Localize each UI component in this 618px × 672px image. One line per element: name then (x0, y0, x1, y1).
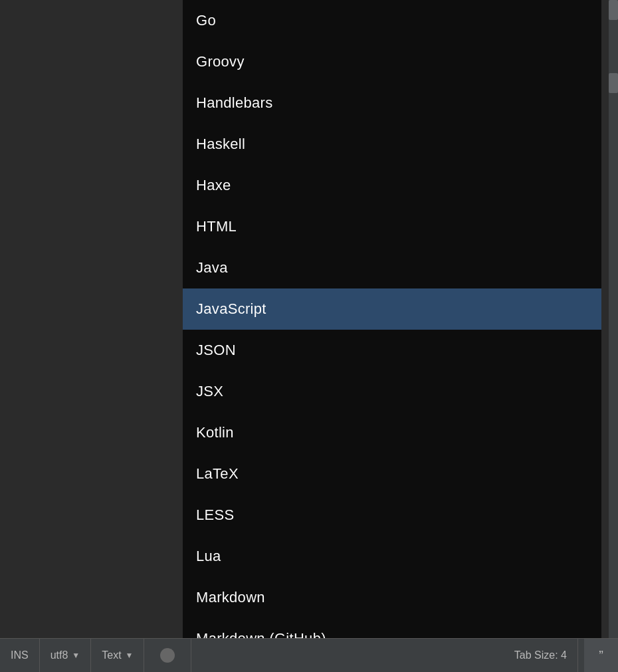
language-item-haskell[interactable]: Haskell (183, 124, 601, 165)
language-item-label-less: LESS (196, 506, 234, 524)
comment-icon: ” (599, 648, 603, 663)
language-item-javascript[interactable]: JavaScript (183, 288, 601, 330)
comment-button[interactable]: ” (584, 639, 618, 673)
language-item-label-json: JSON (196, 342, 236, 359)
language-item-label-java: Java (196, 259, 228, 277)
language-item-label-markdown-github: Markdown (GitHub) (196, 630, 326, 638)
status-circle-icon (160, 648, 175, 663)
status-circle-item[interactable] (144, 639, 191, 672)
language-item-label-handlebars: Handlebars (196, 94, 273, 112)
language-item-handlebars[interactable]: Handlebars (183, 82, 601, 124)
scrollbar-track[interactable] (609, 0, 618, 638)
mode-label: INS (11, 649, 29, 661)
language-item-label-haxe: Haxe (196, 177, 231, 194)
encoding-label: utf8 (51, 649, 68, 661)
language-item-java[interactable]: Java (183, 247, 601, 288)
editor-mode[interactable]: INS (0, 639, 40, 672)
language-dropdown-list: GoGroovyHandlebarsHaskellHaxeHTMLJavaJav… (183, 0, 601, 638)
status-bar: INS utf8 ▼ Text ▼ Tab Size: 4 ” (0, 638, 618, 672)
language-item-haxe[interactable]: Haxe (183, 165, 601, 206)
language-item-lua[interactable]: Lua (183, 536, 601, 577)
language-item-label-html: HTML (196, 218, 237, 235)
language-selector[interactable]: Text ▼ (91, 639, 144, 672)
language-arrow-icon: ▼ (126, 651, 134, 660)
language-label: Text (102, 649, 121, 661)
language-item-html[interactable]: HTML (183, 206, 601, 247)
language-item-label-kotlin: Kotlin (196, 424, 234, 441)
tab-size-value: 4 (561, 649, 567, 661)
encoding-arrow-icon: ▼ (72, 651, 80, 660)
language-item-label-jsx: JSX (196, 383, 223, 400)
encoding-selector[interactable]: utf8 ▼ (40, 639, 92, 672)
language-item-label-latex: LaTeX (196, 465, 239, 483)
language-item-label-go: Go (196, 12, 216, 29)
tab-size-label: Tab Size: (514, 649, 558, 661)
scrollbar-thumb-middle[interactable] (609, 73, 618, 93)
language-item-go[interactable]: Go (183, 0, 601, 41)
language-item-label-groovy: Groovy (196, 53, 245, 70)
tab-size-selector[interactable]: Tab Size: 4 (504, 639, 578, 672)
language-item-label-lua: Lua (196, 548, 221, 565)
language-item-kotlin[interactable]: Kotlin (183, 412, 601, 453)
language-item-label-javascript: JavaScript (196, 300, 266, 318)
language-item-json[interactable]: JSON (183, 330, 601, 371)
scrollbar-thumb-top[interactable] (609, 0, 618, 20)
language-item-less[interactable]: LESS (183, 495, 601, 536)
language-item-label-haskell: Haskell (196, 136, 245, 153)
language-item-markdown[interactable]: Markdown (183, 577, 601, 618)
language-item-markdown-github[interactable]: Markdown (GitHub) (183, 618, 601, 638)
language-item-jsx[interactable]: JSX (183, 371, 601, 412)
language-item-groovy[interactable]: Groovy (183, 41, 601, 82)
language-item-latex[interactable]: LaTeX (183, 453, 601, 495)
language-item-label-markdown: Markdown (196, 589, 265, 606)
